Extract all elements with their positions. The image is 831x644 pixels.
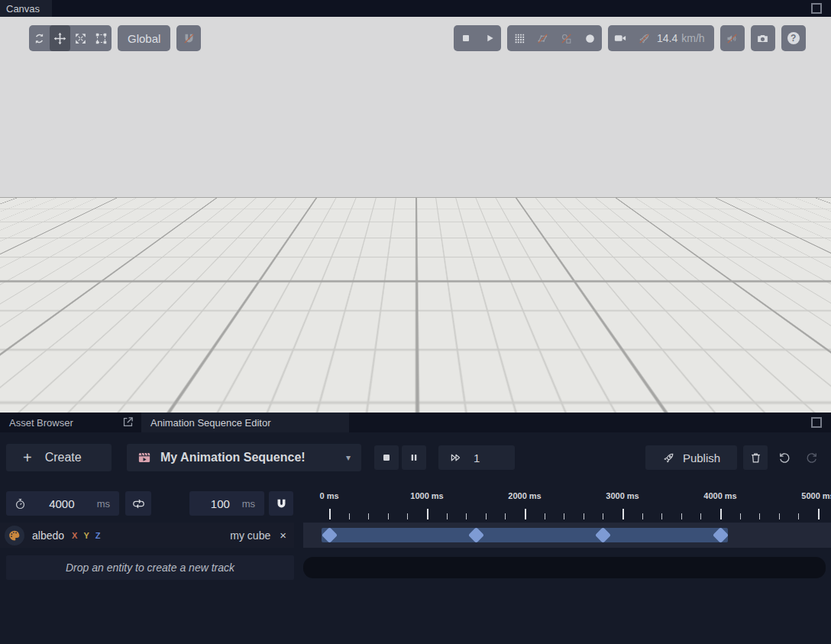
sequence-pause-button[interactable]: [402, 445, 426, 470]
tab-asset-browser[interactable]: Asset Browser: [0, 413, 73, 432]
ruler-label: 5000 ms: [801, 491, 831, 500]
gizmo-plane-toggle-button[interactable]: [531, 25, 555, 51]
speed-value: 14.4: [657, 32, 677, 44]
tool-rotate[interactable]: [29, 25, 50, 51]
snap-unit: ms: [242, 498, 255, 510]
fly-speed-button[interactable]: [632, 25, 655, 51]
help-icon: ?: [787, 32, 800, 44]
help-button[interactable]: ?: [781, 25, 806, 51]
bottom-panel-maximize-button[interactable]: [811, 417, 822, 428]
playback-rate-value: 1: [474, 451, 480, 464]
application-window: Canvas: [0, 0, 831, 644]
canvas-panel-header: Canvas: [0, 0, 831, 17]
keyframe-bar[interactable]: [322, 528, 728, 542]
snap-toggle-button[interactable]: [176, 25, 201, 51]
sphere-toggle-button[interactable]: [578, 25, 602, 51]
ruler-tick: [329, 509, 331, 519]
timeline-horizontal-scrollbar[interactable]: [303, 557, 826, 578]
stop-button[interactable]: [454, 25, 477, 51]
viewport-3d[interactable]: Global: [0, 17, 831, 413]
axis-z-label[interactable]: Z: [95, 531, 101, 540]
ruler-tick: [466, 513, 467, 519]
camera-speed-group: 14.4km/h: [608, 25, 714, 51]
snap-input-group[interactable]: 100 ms: [189, 491, 264, 516]
screenshot-button[interactable]: [751, 25, 775, 51]
track-entity-label: my cube: [230, 529, 270, 542]
axis-x-label[interactable]: X: [72, 531, 77, 540]
bottom-panel-tabbar: Asset Browser Animation Sequence Editor: [0, 413, 831, 432]
stopwatch-icon: [14, 497, 27, 510]
timeline-snap-toggle[interactable]: [269, 491, 293, 516]
pause-icon: [408, 451, 420, 464]
tab-animation-sequence-editor[interactable]: Animation Sequence Editor: [141, 413, 349, 432]
transform-toolbar: Global: [29, 25, 201, 51]
redo-button[interactable]: [799, 445, 825, 470]
ruler-tick: [740, 513, 741, 519]
snap-value[interactable]: 100: [199, 497, 242, 510]
tool-translate[interactable]: [50, 25, 70, 51]
magnet-disabled-icon: [183, 32, 196, 45]
sequence-name: My Animation Sequence!: [160, 451, 306, 464]
camera-speed-readout: 14.4km/h: [655, 32, 714, 44]
animation-sequence-editor: + Create My Animation Sequence! ▾ 1 Publ…: [0, 432, 831, 644]
audio-mute-button[interactable]: [720, 25, 745, 51]
drop-target-hint[interactable]: Drop an entity to create a new track: [6, 555, 294, 580]
playback-rate-control[interactable]: 1: [438, 445, 515, 470]
transform-space-button[interactable]: Global: [118, 25, 170, 51]
duration-value[interactable]: 4000: [30, 497, 94, 510]
camera-view-button[interactable]: [608, 25, 632, 51]
ruler-tick: [564, 513, 564, 519]
ruler-tick: [388, 513, 389, 519]
ruler-tick: [368, 513, 369, 519]
axis-y-label[interactable]: Y: [83, 531, 89, 540]
ruler-label: 3000 ms: [606, 491, 639, 500]
loop-toggle-button[interactable]: [125, 491, 151, 516]
ruler-tick: [622, 509, 624, 519]
track-axes: XYZ: [72, 531, 100, 540]
ruler-tick: [759, 513, 760, 519]
tool-scale[interactable]: [70, 25, 91, 51]
ruler-tick: [642, 513, 643, 519]
ruler-tick: [525, 509, 526, 519]
undo-button[interactable]: [771, 445, 797, 470]
plus-icon: +: [23, 450, 32, 465]
ruler-tick: [720, 509, 722, 519]
create-label: Create: [45, 451, 82, 464]
play-button[interactable]: [477, 25, 501, 51]
publish-button[interactable]: Publish: [645, 445, 737, 470]
track-header-row[interactable]: albedo XYZ my cube ×: [0, 523, 294, 548]
animation-editor-label: Animation Sequence Editor: [150, 417, 271, 429]
popout-button[interactable]: [121, 416, 134, 429]
create-button[interactable]: + Create: [6, 444, 112, 471]
ruler-tick: [700, 513, 701, 519]
shapes-toggle-button[interactable]: [555, 25, 578, 51]
speed-unit: km/h: [681, 32, 704, 44]
loop-icon: [132, 497, 145, 510]
grid-toggle-button[interactable]: [507, 25, 531, 51]
photo-camera-icon: [756, 32, 769, 45]
panel-maximize-button[interactable]: [811, 3, 822, 14]
sequence-select-dropdown[interactable]: My Animation Sequence! ▾: [127, 444, 361, 471]
rocket-icon: [662, 451, 675, 464]
tool-rect-select[interactable]: [91, 25, 112, 51]
ruler-tick: [584, 513, 584, 519]
delete-sequence-button[interactable]: [743, 445, 768, 470]
duration-input-group[interactable]: 4000 ms: [6, 491, 119, 516]
transform-space-label: Global: [128, 32, 160, 45]
track-property-label: albedo: [32, 529, 64, 542]
ruler-label: 4000 ms: [703, 491, 736, 500]
ruler-tick: [779, 513, 780, 519]
tab-canvas[interactable]: Canvas: [0, 0, 52, 17]
helpers-group: [507, 25, 602, 51]
sequence-stop-button[interactable]: [374, 445, 399, 470]
undo-icon: [778, 451, 791, 464]
cube-object[interactable]: [334, 202, 449, 319]
stop-icon: [460, 32, 472, 44]
ruler-tick: [603, 513, 603, 519]
play-stop-group: [454, 25, 501, 51]
viewport-playback-toolbar: 14.4km/h ?: [454, 25, 806, 51]
track-timeline-row[interactable]: [303, 523, 831, 548]
timeline-ruler[interactable]: 0 ms1000 ms2000 ms3000 ms4000 ms5000 ms: [303, 490, 831, 519]
remove-track-button[interactable]: ×: [280, 529, 286, 542]
ruler-tick: [407, 513, 408, 519]
